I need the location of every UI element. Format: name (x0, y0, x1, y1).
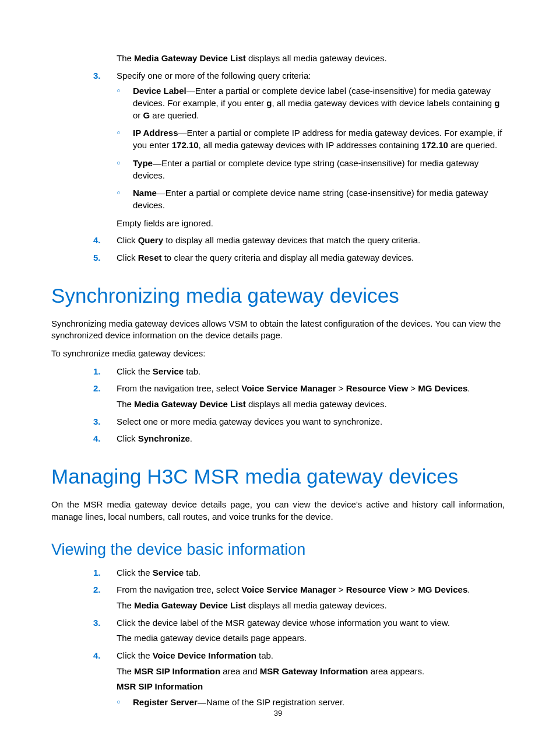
bullet-icon: ○ (117, 128, 121, 137)
step-num: 4. (93, 235, 101, 247)
heading-managing-msr: Managing H3C MSR media gateway devices (51, 465, 505, 488)
query-steps: 3. Specify one or more of the following … (51, 70, 505, 264)
step-3-intro: Specify one or more of the following que… (117, 70, 505, 82)
heading-synchronizing: Synchronizing media gateway devices (51, 284, 505, 307)
page: The Media Gateway Device List displays a… (0, 0, 556, 756)
sync-step-4: 4. Click Synchronize. (93, 433, 505, 445)
step-5: 5. Click Reset to clear the query criter… (93, 252, 505, 264)
view-step-2: 2. From the navigation tree, select Voic… (93, 584, 505, 611)
step-num: 4. (93, 650, 101, 662)
bullet-icon: ○ (117, 698, 121, 706)
step-3-tail: Empty fields are ignored. (117, 218, 505, 230)
prev-step-note: The Media Gateway Device List displays a… (117, 52, 505, 65)
bullet-icon: ○ (117, 159, 121, 167)
step-num: 3. (93, 416, 101, 428)
step-num: 3. (93, 617, 101, 629)
sync-steps: 1. Click the Service tab. 2. From the na… (51, 366, 505, 445)
step-4: 4. Click Query to display all media gate… (93, 235, 505, 247)
page-number: 39 (0, 709, 556, 718)
view-step-4: 4. Click the Voice Device Information ta… (93, 650, 505, 709)
criteria-type: ○ Type—Enter a partial or complete devic… (117, 158, 505, 181)
bullet-icon: ○ (117, 188, 121, 197)
query-criteria-list: ○ Device Label—Enter a partial or comple… (117, 85, 505, 211)
msr-para: On the MSR media gateway device details … (51, 499, 505, 523)
step-3: 3. Specify one or more of the following … (93, 70, 505, 230)
step-num: 1. (93, 567, 101, 579)
view-step-3: 3. Click the device label of the MSR gat… (93, 617, 505, 645)
criteria-ip-address: ○ IP Address—Enter a partial or complete… (117, 127, 505, 151)
step-num: 5. (93, 252, 101, 264)
sync-intro: To synchronize media gateway devices: (51, 348, 505, 360)
view-steps: 1. Click the Service tab. 2. From the na… (51, 567, 505, 709)
sync-para: Synchronizing media gateway devices allo… (51, 318, 505, 342)
sync-step-2: 2. From the navigation tree, select Voic… (93, 383, 505, 410)
msr-sip-bullets: ○ Register Server—Name of the SIP regist… (117, 696, 505, 709)
sync-step-1: 1. Click the Service tab. (93, 366, 505, 378)
bullet-icon: ○ (117, 86, 121, 95)
step-num: 2. (93, 584, 101, 596)
criteria-device-label: ○ Device Label—Enter a partial or comple… (117, 85, 505, 121)
heading-viewing-basic-info: Viewing the device basic information (51, 541, 505, 559)
step-num: 4. (93, 433, 101, 445)
criteria-name: ○ Name—Enter a partial or complete devic… (117, 187, 505, 211)
step-num: 3. (93, 70, 101, 82)
view-step-1: 1. Click the Service tab. (93, 567, 505, 579)
step-num: 2. (93, 383, 101, 395)
sync-step-3: 3. Select one or more media gateway devi… (93, 416, 505, 428)
step-num: 1. (93, 366, 101, 378)
bullet-register-server: ○ Register Server—Name of the SIP regist… (117, 696, 505, 709)
